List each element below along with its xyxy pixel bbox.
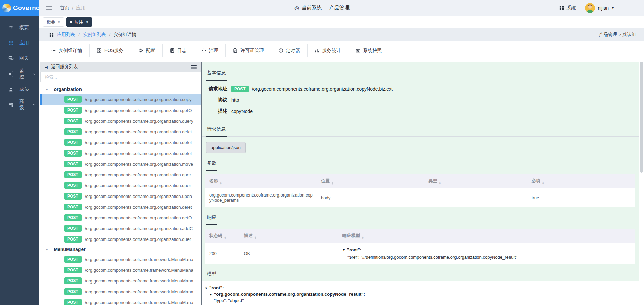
tool-tab-label: 定时器 bbox=[286, 48, 300, 54]
share-nodes-icon bbox=[8, 71, 14, 77]
column-header-label: 类型 bbox=[428, 178, 437, 183]
service-group-MenuManager[interactable]: ▾MenuManager bbox=[40, 245, 201, 254]
close-icon[interactable]: × bbox=[86, 19, 89, 25]
model-tree-text: "properties": bbox=[218, 303, 246, 305]
column-header[interactable]: 必填▲▼ bbox=[528, 174, 635, 188]
sidebar-item-label: 监控 bbox=[19, 68, 26, 80]
service-item[interactable]: POST/org.gocom.components.coframe.org.or… bbox=[40, 191, 201, 202]
tool-tab-license[interactable]: 许可证管理 bbox=[226, 44, 271, 57]
caret-down-icon[interactable]: ▼ bbox=[205, 286, 208, 291]
user-menu[interactable]: nijian ▼ bbox=[585, 3, 614, 13]
method-badge: POST bbox=[64, 288, 82, 295]
model-tree-text: "root": bbox=[209, 285, 224, 291]
service-item[interactable]: POST/org.gocom.components.coframe.framew… bbox=[40, 265, 201, 275]
sidebar-item-member[interactable]: 成员 bbox=[0, 82, 39, 97]
service-item[interactable]: POST/org.gocom.components.coframe.org.or… bbox=[40, 169, 201, 180]
stats-icon bbox=[315, 48, 320, 53]
column-header[interactable]: 状态码▲▼ bbox=[205, 229, 239, 243]
window-tab-overview[interactable]: 概要 × bbox=[43, 17, 64, 27]
system-menu[interactable]: 系统 bbox=[559, 5, 576, 11]
tool-tab-config[interactable]: 配置 bbox=[131, 44, 163, 57]
tool-tab-label: 治理 bbox=[209, 48, 218, 54]
tab-response[interactable]: 响应 bbox=[206, 215, 217, 225]
tab-request-info[interactable]: 请求信息 bbox=[206, 126, 227, 137]
sidebar-item-monitor[interactable]: 监控 bbox=[0, 66, 39, 82]
service-item[interactable]: POST/org.gocom.components.coframe.framew… bbox=[40, 275, 201, 286]
tool-tab-timer[interactable]: 定时器 bbox=[271, 44, 308, 57]
sidebar-item-gateway[interactable]: 网关 bbox=[0, 51, 39, 66]
service-item[interactable]: POST/org.gocom.components.coframe.org.or… bbox=[40, 212, 201, 223]
column-header[interactable]: 名称▲▼ bbox=[205, 174, 317, 188]
service-item[interactable]: POST/org.gocom.components.coframe.org.or… bbox=[40, 234, 201, 245]
service-item[interactable]: POST/org.gocom.components.coframe.framew… bbox=[40, 254, 201, 265]
service-item[interactable]: POST/org.gocom.components.coframe.org.or… bbox=[40, 126, 201, 137]
chevron-down-icon: ▼ bbox=[611, 6, 614, 10]
method-badge: POST bbox=[64, 139, 82, 146]
column-header-label: 必填 bbox=[532, 178, 540, 183]
service-item[interactable]: POST/org.gocom.components.coframe.framew… bbox=[40, 286, 201, 297]
service-item[interactable]: POST/org.gocom.components.coframe.org.or… bbox=[40, 148, 201, 159]
tool-tab-governance[interactable]: 治理 bbox=[194, 44, 226, 57]
column-header[interactable]: 响应模型▲▼ bbox=[338, 229, 635, 243]
tool-tab-eos-service[interactable]: EOS服务 bbox=[90, 44, 131, 57]
caret-down-icon[interactable]: ▼ bbox=[209, 292, 212, 298]
service-item[interactable]: POST/org.gocom.components.coframe.org.or… bbox=[40, 137, 201, 148]
service-path: /org.gocom.components.coframe.framework.… bbox=[85, 289, 193, 294]
sort-desc-icon: ▼ bbox=[331, 183, 334, 185]
response-model-root: ▼"root": bbox=[342, 247, 631, 252]
service-item[interactable]: POST/org.gocom.components.coframe.org.or… bbox=[40, 116, 201, 126]
tool-tab-label: 许可证管理 bbox=[240, 48, 264, 54]
column-header[interactable]: 描述▲▼ bbox=[239, 229, 338, 243]
tool-tab-system-snapshot[interactable]: 系统快照 bbox=[348, 44, 389, 57]
tab-model[interactable]: 模型 bbox=[206, 271, 217, 282]
tool-tab-label: 配置 bbox=[146, 48, 155, 54]
model-tree-line: ▶"properties":2 properties bbox=[205, 303, 636, 305]
logo-text: Governor bbox=[13, 4, 42, 12]
cube-icon bbox=[8, 40, 14, 46]
window-tab-label: 应用 bbox=[75, 19, 84, 25]
sort-icon: ▲▼ bbox=[542, 181, 544, 185]
window-tabstrip: 概要 × 应用 × bbox=[39, 16, 644, 28]
page-breadcrumb: 应用列表 / 实例组列表 / 实例组详情 产品管理 > 默认组 bbox=[39, 28, 644, 41]
service-item[interactable]: POST/org.gocom.components.coframe.org.or… bbox=[40, 159, 201, 169]
service-item[interactable]: POST/org.gocom.components.coframe.framew… bbox=[40, 297, 201, 305]
service-item[interactable]: POST/org.gocom.components.coframe.org.or… bbox=[40, 94, 201, 105]
search-input[interactable] bbox=[40, 72, 201, 82]
breadcrumb-home[interactable]: 首页 bbox=[60, 5, 69, 11]
active-dot-icon bbox=[70, 21, 72, 23]
sidebar-item-application[interactable]: 应用 bbox=[0, 35, 39, 51]
service-item[interactable]: POST/org.gocom.components.coframe.org.or… bbox=[40, 202, 201, 212]
content-type-button[interactable]: application/json bbox=[206, 142, 246, 153]
close-icon[interactable]: × bbox=[58, 19, 60, 25]
chevron-down-icon bbox=[32, 103, 36, 107]
tool-tab-instance-group-detail[interactable]: 实例组详情 bbox=[44, 44, 90, 57]
response-description: OK bbox=[239, 243, 338, 264]
window-tab-application[interactable]: 应用 × bbox=[66, 17, 92, 27]
service-item[interactable]: POST/org.gocom.components.coframe.org.or… bbox=[40, 223, 201, 234]
column-header[interactable]: 位置▲▼ bbox=[317, 174, 424, 188]
tool-tab-service-stats[interactable]: 服务统计 bbox=[308, 44, 348, 57]
sidebar-item-advanced[interactable]: 高级 bbox=[0, 97, 39, 113]
sidebar-item-overview[interactable]: 概要 bbox=[0, 20, 39, 35]
service-item[interactable]: POST/org.gocom.components.coframe.org.or… bbox=[40, 105, 201, 116]
scrollbar-thumb[interactable] bbox=[640, 62, 643, 173]
method-badge: POST bbox=[64, 150, 82, 157]
service-item[interactable]: POST/org.gocom.components.coframe.org.or… bbox=[40, 180, 201, 191]
panel-menu-icon[interactable] bbox=[191, 65, 197, 69]
hamburger-icon[interactable] bbox=[46, 6, 52, 10]
service-group-organization[interactable]: ▾organization bbox=[40, 85, 201, 94]
gateway-icon bbox=[8, 56, 14, 61]
column-header[interactable]: 类型▲▼ bbox=[424, 174, 527, 188]
app-logo[interactable]: Governor bbox=[0, 0, 39, 16]
tab-basic-info[interactable]: 基本信息 bbox=[206, 70, 227, 81]
breadcrumb-instance-group-list[interactable]: 实例组列表 bbox=[83, 32, 106, 38]
sort-icon: ▲▼ bbox=[331, 181, 334, 185]
caret-down-icon[interactable]: ▼ bbox=[342, 248, 345, 252]
breadcrumb-app-list[interactable]: 应用列表 bbox=[57, 32, 75, 38]
sort-desc-icon: ▼ bbox=[224, 238, 226, 239]
tool-tab-log[interactable]: 日志 bbox=[163, 44, 194, 57]
tab-params[interactable]: 参数 bbox=[206, 160, 217, 171]
model-tree: ▼"root":▼"org.gocom.components.coframe.o… bbox=[202, 281, 639, 305]
method-badge: POST bbox=[64, 204, 82, 210]
back-to-service-list[interactable]: ◀ 返回服务列表 bbox=[40, 62, 201, 72]
